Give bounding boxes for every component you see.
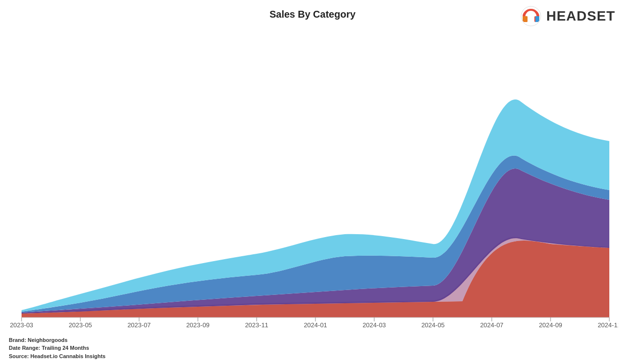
chart-container: HEADSET Sales By Category Concentrates E…: [0, 0, 625, 364]
svg-text:2024-01: 2024-01: [304, 321, 327, 329]
footer-info: Brand: Neighborgoods Date Range: Trailin…: [9, 336, 105, 361]
svg-text:2023-11: 2023-11: [245, 321, 268, 329]
svg-text:2024-03: 2024-03: [362, 321, 386, 329]
logo-text: HEADSET: [546, 8, 615, 24]
svg-text:2024-05: 2024-05: [421, 321, 445, 329]
date-range-label: Date Range:: [9, 345, 40, 351]
brand-label: Brand:: [9, 337, 26, 343]
source-value: Headset.io Cannabis Insights: [30, 353, 105, 359]
svg-text:2023-05: 2023-05: [69, 321, 92, 329]
headset-logo: HEADSET: [520, 5, 615, 27]
headset-logo-icon: [520, 5, 542, 27]
brand-value: Neighborgoods: [28, 337, 68, 343]
chart-svg: 2023-03 2023-05 2023-07 2023-09 2023-11 …: [7, 33, 618, 330]
svg-text:2024-11: 2024-11: [598, 321, 618, 329]
svg-text:2023-09: 2023-09: [186, 321, 210, 329]
svg-text:2023-03: 2023-03: [10, 321, 33, 329]
date-range-value: Trailing 24 Months: [42, 345, 89, 351]
svg-text:2023-07: 2023-07: [127, 321, 151, 329]
svg-text:2024-09: 2024-09: [539, 321, 562, 329]
source-label: Source:: [9, 353, 29, 359]
svg-text:2024-07: 2024-07: [480, 321, 504, 329]
